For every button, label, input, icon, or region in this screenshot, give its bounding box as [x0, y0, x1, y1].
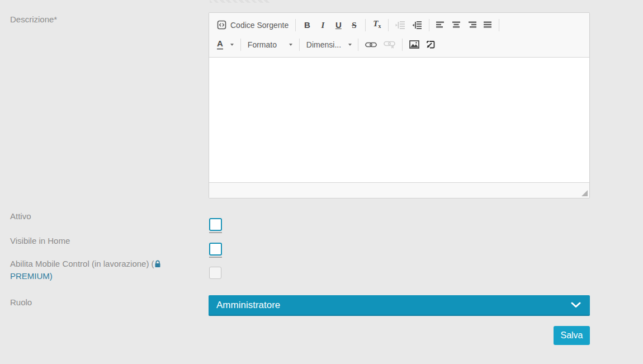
toolbar-separator [240, 39, 241, 51]
link-icon [365, 41, 377, 48]
form-checkbox-icon [426, 40, 435, 49]
toolbar-separator [499, 19, 499, 31]
bold-button[interactable]: B [299, 18, 315, 32]
source-code-label: Codice Sorgente [230, 21, 289, 30]
underline-button[interactable]: U [330, 18, 346, 32]
format-dropdown[interactable]: Formato [244, 38, 296, 51]
image-icon [409, 40, 419, 49]
attivo-label: Attivo [10, 210, 31, 223]
align-left-icon [436, 21, 445, 30]
visibile-home-label: Visibile in Home [10, 235, 70, 247]
user-edit-form: Descrizione* Codice Sorgente B I [0, 0, 643, 364]
editor-content-area[interactable] [209, 58, 589, 182]
source-code-icon [217, 20, 226, 30]
ruolo-selected-value: Amministratore [209, 300, 571, 311]
descrizione-label: Descrizione* [10, 13, 57, 26]
text-color-button[interactable]: A [214, 37, 237, 52]
font-size-dropdown[interactable]: Dimensi... [303, 38, 354, 51]
align-left-button[interactable] [433, 18, 448, 32]
chevron-down-icon [348, 44, 352, 46]
toolbar-separator [388, 19, 389, 31]
align-center-button[interactable] [448, 18, 464, 32]
unlink-button [380, 39, 399, 51]
toolbar-separator [299, 39, 300, 51]
form-checkbox-button[interactable] [423, 38, 438, 51]
visibile-home-checkbox[interactable] [209, 243, 222, 256]
lock-icon [154, 260, 161, 268]
indent-increase-icon [412, 21, 422, 30]
indent-increase-button[interactable] [409, 18, 425, 32]
mobile-control-label: Abilita Mobile Control (in lavorazione) … [10, 258, 189, 282]
link-button[interactable] [362, 39, 380, 50]
chevron-down-icon [230, 44, 234, 46]
image-button[interactable] [406, 38, 423, 51]
rich-text-editor: Codice Sorgente B I U S Tx [209, 12, 590, 198]
indent-decrease-button [392, 18, 409, 32]
editor-toolbar: Codice Sorgente B I U S Tx [209, 13, 589, 58]
toolbar-separator [358, 39, 358, 51]
save-button[interactable]: Salva [554, 326, 590, 345]
mobile-control-checkbox [209, 267, 221, 279]
resize-handle-icon[interactable] [581, 190, 588, 196]
align-right-icon [467, 21, 476, 30]
ruolo-label: Ruolo [10, 296, 32, 309]
source-code-button[interactable]: Codice Sorgente [214, 18, 292, 32]
text-color-icon: A [217, 39, 223, 50]
chevron-down-icon [571, 302, 581, 308]
ruolo-select[interactable]: Amministratore [209, 295, 590, 316]
toolbar-separator [429, 19, 429, 31]
striped-pattern [210, 0, 270, 3]
toolbar-separator [295, 19, 296, 31]
italic-button[interactable]: I [315, 18, 330, 32]
premium-text: PREMIUM) [10, 271, 53, 281]
align-right-button[interactable] [464, 18, 480, 32]
toolbar-separator [402, 39, 403, 51]
align-center-icon [452, 21, 461, 30]
strikethrough-button[interactable]: S [346, 18, 362, 32]
remove-format-button[interactable]: Tx [369, 16, 385, 34]
attivo-checkbox[interactable] [209, 218, 222, 231]
editor-footer [209, 182, 589, 198]
indent-decrease-icon [395, 21, 405, 30]
unlink-icon [384, 41, 395, 49]
toolbar-separator [365, 19, 366, 31]
align-justify-icon [483, 21, 492, 30]
chevron-down-icon [289, 44, 292, 46]
align-justify-button[interactable] [480, 18, 495, 32]
